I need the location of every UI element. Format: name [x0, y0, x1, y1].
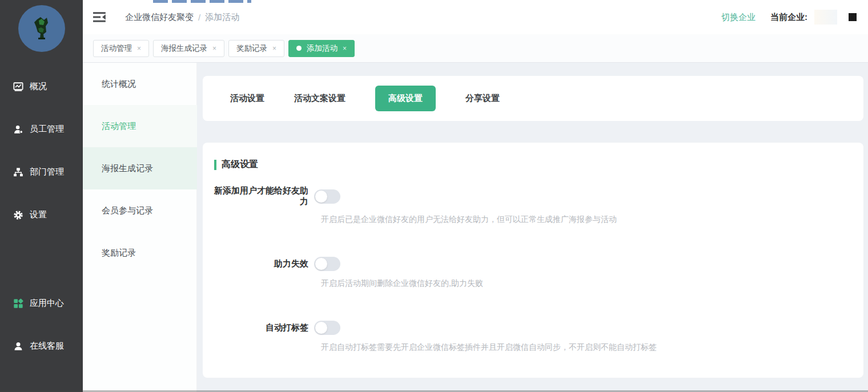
sidebar-item-label: 在线客服: [30, 341, 64, 351]
customer-service-icon: [13, 341, 23, 351]
employee-icon: [13, 124, 23, 135]
company-logo-blur: [814, 10, 837, 25]
department-icon: [13, 167, 23, 177]
company-logo: [849, 13, 857, 21]
close-icon[interactable]: ×: [137, 45, 141, 52]
setting-label: 助力失效: [214, 258, 308, 269]
setting-label: 自动打标签: [214, 322, 308, 333]
chart-icon: [13, 81, 23, 92]
sidebar-item-label: 部门管理: [30, 167, 64, 177]
setting-row-auto-tag: 自动打标签 开启自动打标签需要先开启企业微信标签插件并且开启微信自动同步，不开启…: [214, 321, 863, 353]
active-tab-dot-icon: [296, 46, 302, 51]
close-icon[interactable]: ×: [212, 45, 216, 52]
breadcrumb-root[interactable]: 企业微信好友聚变: [125, 12, 194, 23]
sidebar-item-overview[interactable]: 概况: [0, 65, 83, 108]
submenu-item-stats-overview[interactable]: 统计概况: [83, 63, 197, 105]
submenu-item-poster-records[interactable]: 海报生成记录: [83, 147, 197, 189]
submenu-item-label: 海报生成记录: [102, 163, 153, 174]
sidebar-item-departments[interactable]: 部门管理: [0, 151, 83, 193]
header-right: 切换企业 当前企业:: [721, 10, 857, 25]
current-company-label: 当前企业:: [770, 12, 807, 23]
sidebar-item-label: 概况: [30, 81, 47, 92]
avatar-figure-icon: [29, 15, 54, 42]
tab-activity-copy-settings[interactable]: 活动文案设置: [294, 93, 345, 104]
avatar-container: [0, 0, 83, 57]
sidebar-item-customer-service[interactable]: 在线客服: [0, 325, 83, 367]
sidebar-item-label: 设置: [30, 209, 47, 220]
open-tabs-bar: 活动管理 × 海报生成记录 × 奖励记录 × 添加活动 ×: [83, 34, 868, 63]
settings-tabs-card: 活动设置 活动文案设置 高级设置 分享设置: [203, 76, 863, 121]
open-tab-activity-management[interactable]: 活动管理 ×: [93, 40, 149, 57]
sidebar-item-settings[interactable]: 设置: [0, 193, 83, 236]
app-grid-icon: [13, 298, 23, 309]
submenu-item-member-participation[interactable]: 会员参与记录: [83, 189, 197, 232]
setting-row-new-user-assist: 新添加用户才能给好友助力 开启后已是企业微信好友的用户无法给好友助力，但可以正常…: [214, 185, 863, 225]
collapse-menu-icon[interactable]: [93, 11, 108, 23]
toggle-assist-invalid[interactable]: [314, 257, 340, 271]
section-accent-bar: [214, 160, 216, 170]
breadcrumb: 企业微信好友聚变 / 添加活动: [125, 12, 239, 23]
open-tab-label: 奖励记录: [236, 43, 267, 54]
open-tab-reward-records[interactable]: 奖励记录 ×: [228, 40, 284, 57]
setting-help-text: 开启后活动期间删除企业微信好友的,助力失败: [321, 278, 863, 289]
clipped-content-artifact: [153, 0, 251, 3]
setting-label: 新添加用户才能给好友助力: [214, 185, 308, 207]
toggle-knob: [315, 258, 327, 270]
sidebar-item-label: 员工管理: [30, 124, 64, 135]
toggle-auto-tag[interactable]: [314, 321, 340, 335]
submenu-item-label: 奖励记录: [102, 248, 136, 258]
submenu-item-label: 活动管理: [102, 121, 136, 132]
open-tab-label: 添加活动: [307, 43, 337, 54]
top-header: 企业微信好友聚变 / 添加活动 切换企业 当前企业:: [83, 0, 868, 34]
setting-help-text: 开启自动打标签需要先开启企业微信标签插件并且开启微信自动同步，不开启则不能自动打…: [321, 342, 863, 353]
sidebar-item-employees[interactable]: 员工管理: [0, 108, 83, 151]
switch-company-link[interactable]: 切换企业: [721, 12, 756, 23]
breadcrumb-separator: /: [198, 13, 200, 22]
main-sidebar: 概况 员工管理 部门管理 设置: [0, 0, 83, 392]
section-header: 高级设置: [214, 159, 863, 171]
toggle-knob: [315, 191, 327, 203]
main-content: 活动设置 活动文案设置 高级设置 分享设置 高级设置 新添加用户才能给好友助力: [197, 63, 868, 392]
submenu-item-activity-management[interactable]: 活动管理: [83, 105, 197, 147]
close-icon[interactable]: ×: [272, 45, 276, 52]
open-tab-poster-records[interactable]: 海报生成记录 ×: [153, 40, 224, 57]
open-tab-label: 活动管理: [101, 43, 132, 54]
setting-row-assist-invalid: 助力失效 开启后活动期间删除企业微信好友的,助力失败: [214, 257, 863, 289]
tab-activity-settings[interactable]: 活动设置: [230, 93, 264, 104]
tab-share-settings[interactable]: 分享设置: [465, 93, 500, 104]
open-tab-add-activity[interactable]: 添加活动 ×: [288, 40, 355, 57]
secondary-sidebar: 统计概况 活动管理 海报生成记录 会员参与记录 奖励记录: [83, 63, 197, 392]
submenu-item-label: 会员参与记录: [102, 205, 153, 216]
advanced-settings-card: 高级设置 新添加用户才能给好友助力 开启后已是企业微信好友的用户无法给好友助力，…: [203, 143, 863, 378]
app-window: 概况 员工管理 部门管理 设置: [0, 0, 868, 392]
tab-advanced-settings[interactable]: 高级设置: [375, 86, 436, 111]
submenu-item-reward-records[interactable]: 奖励记录: [83, 232, 197, 274]
close-icon[interactable]: ×: [343, 45, 347, 52]
submenu-item-label: 统计概况: [102, 79, 136, 90]
toggle-new-user-assist[interactable]: [314, 189, 340, 204]
settings-form: 新添加用户才能给好友助力 开启后已是企业微信好友的用户无法给好友助力，但可以正常…: [214, 185, 863, 353]
avatar[interactable]: [18, 5, 65, 52]
sidebar-item-app-center[interactable]: 应用中心: [0, 282, 83, 325]
gear-icon: [13, 209, 23, 220]
setting-help-text: 开启后已是企业微信好友的用户无法给好友助力，但可以正常生成推广海报参与活动: [321, 215, 863, 225]
breadcrumb-current: 添加活动: [205, 12, 239, 23]
toggle-knob: [315, 322, 327, 334]
open-tab-label: 海报生成记录: [161, 43, 207, 54]
sidebar-spacer: [0, 236, 83, 282]
sidebar-menu: 概况 员工管理 部门管理 设置: [0, 65, 83, 367]
sidebar-item-label: 应用中心: [30, 298, 64, 309]
section-title: 高级设置: [222, 159, 258, 171]
